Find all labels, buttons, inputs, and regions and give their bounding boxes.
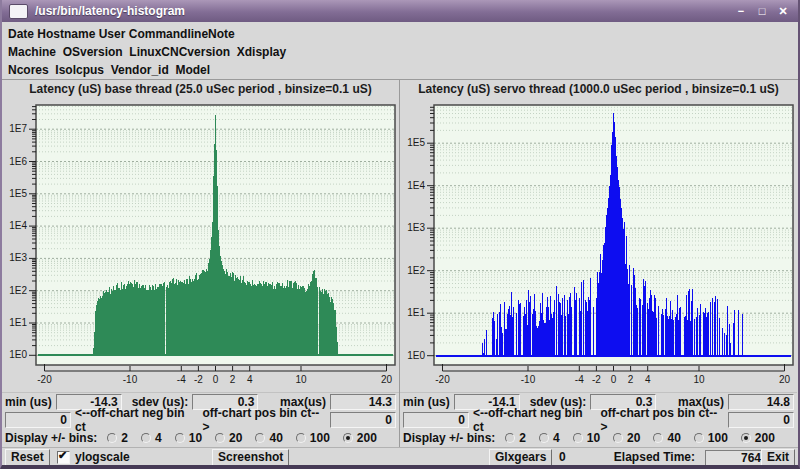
bins-radio-100[interactable]: 100 bbox=[296, 431, 330, 445]
svg-text:1E4: 1E4 bbox=[9, 220, 27, 231]
svg-text:1E1: 1E1 bbox=[407, 307, 425, 318]
bins-radio-100[interactable]: 100 bbox=[694, 431, 728, 445]
servo-thread-histogram: 1E01E11E21E31E41E5-20-10-4-20241020 bbox=[400, 98, 797, 391]
neg-offchart-field[interactable]: 0 bbox=[403, 412, 469, 428]
bins-radio-20[interactable]: 20 bbox=[613, 431, 640, 445]
pos-offchart-field[interactable]: 0 bbox=[330, 412, 396, 428]
neg-offchart-label: <--off-chart neg bin ct bbox=[473, 406, 597, 434]
radio-icon bbox=[255, 433, 265, 443]
svg-text:1E2: 1E2 bbox=[407, 265, 425, 276]
titlebar: /usr/bin/latency-histogram − □ ✕ bbox=[0, 0, 800, 22]
svg-text:-2: -2 bbox=[194, 374, 203, 385]
bins-radio-2[interactable]: 2 bbox=[107, 431, 128, 445]
radio-icon bbox=[573, 433, 583, 443]
radio-icon bbox=[741, 433, 751, 443]
bins-radio-20[interactable]: 20 bbox=[215, 431, 242, 445]
svg-text:4: 4 bbox=[645, 374, 651, 385]
radio-icon bbox=[107, 433, 117, 443]
radio-icon bbox=[653, 433, 663, 443]
svg-text:4: 4 bbox=[247, 374, 253, 385]
neg-offchart-field[interactable]: 0 bbox=[5, 412, 71, 428]
svg-text:1E4: 1E4 bbox=[407, 180, 425, 191]
svg-text:-10: -10 bbox=[123, 374, 138, 385]
svg-text:1E3: 1E3 bbox=[407, 222, 425, 233]
radio-icon bbox=[175, 433, 185, 443]
radio-icon bbox=[296, 433, 306, 443]
svg-text:1E5: 1E5 bbox=[9, 188, 27, 199]
bins-radio-4[interactable]: 4 bbox=[141, 431, 162, 445]
bins-radio-40[interactable]: 40 bbox=[255, 431, 282, 445]
svg-text:1E1: 1E1 bbox=[9, 317, 27, 328]
base-thread-panel: Latency (uS) base thread (25.0 uSec peri… bbox=[2, 80, 400, 447]
svg-text:20: 20 bbox=[779, 374, 791, 385]
svg-text:20: 20 bbox=[381, 374, 393, 385]
header-line-1: Date Hostname User CommandlineNote bbox=[8, 27, 235, 41]
minimize-button[interactable]: − bbox=[734, 5, 748, 18]
elapsed-time-field[interactable]: 764 bbox=[705, 450, 765, 466]
ylogscale-checkbox[interactable]: ✔ bbox=[57, 451, 70, 464]
glxgears-count: 0 bbox=[559, 450, 566, 464]
base-thread-chart-title: Latency (uS) base thread (25.0 uSec peri… bbox=[2, 80, 399, 98]
app-window: /usr/bin/latency-histogram − □ ✕ Date Ho… bbox=[0, 0, 800, 469]
min-label: min (us) bbox=[403, 395, 450, 409]
close-button[interactable]: ✕ bbox=[776, 5, 790, 18]
svg-text:-4: -4 bbox=[177, 374, 186, 385]
bins-radio-4[interactable]: 4 bbox=[539, 431, 560, 445]
svg-text:1E2: 1E2 bbox=[9, 285, 27, 296]
pos-offchart-label: off-chart pos bin ct--> bbox=[601, 406, 725, 434]
base-thread-histogram: 1E01E11E21E31E41E51E61E7-20-10-4-2024102… bbox=[2, 98, 399, 391]
exit-button[interactable]: Exit bbox=[761, 449, 795, 467]
svg-text:1E6: 1E6 bbox=[9, 156, 27, 167]
servo-thread-stats: min (us) -14.1 sdev (us): 0.3 max(us) 14… bbox=[400, 392, 797, 447]
window-title: /usr/bin/latency-histogram bbox=[35, 4, 185, 18]
bins-radio-200[interactable]: 200 bbox=[343, 431, 377, 445]
bins-radio-40[interactable]: 40 bbox=[653, 431, 680, 445]
bottom-toolbar: Reset ✔ ylogscale Screenshot Glxgears 0 … bbox=[2, 447, 798, 467]
bins-radio-group: 24102040100200 bbox=[107, 431, 377, 445]
radio-icon bbox=[141, 433, 151, 443]
pos-offchart-field[interactable]: 0 bbox=[728, 412, 794, 428]
check-icon: ✔ bbox=[58, 449, 67, 462]
svg-text:-20: -20 bbox=[37, 374, 52, 385]
svg-text:2: 2 bbox=[230, 374, 236, 385]
radio-icon bbox=[613, 433, 623, 443]
svg-text:-2: -2 bbox=[592, 374, 601, 385]
bins-radio-200[interactable]: 200 bbox=[741, 431, 775, 445]
min-label: min (us) bbox=[5, 395, 52, 409]
svg-text:-10: -10 bbox=[521, 374, 536, 385]
header-line-2: Machine OSversion LinuxCNCversion Xdispl… bbox=[8, 45, 286, 59]
svg-text:1E0: 1E0 bbox=[9, 349, 27, 360]
window-icon bbox=[9, 4, 28, 19]
glxgears-button[interactable]: Glxgears bbox=[489, 449, 552, 467]
svg-text:1E7: 1E7 bbox=[9, 123, 27, 134]
display-bins-label: Display +/- bins: bbox=[5, 431, 97, 445]
radio-icon bbox=[505, 433, 515, 443]
svg-text:2: 2 bbox=[628, 374, 634, 385]
svg-text:0: 0 bbox=[213, 374, 219, 385]
pos-offchart-label: off-chart pos bin ct--> bbox=[203, 406, 327, 434]
svg-text:1E3: 1E3 bbox=[9, 252, 27, 263]
radio-icon bbox=[215, 433, 225, 443]
neg-offchart-label: <--off-chart neg bin ct bbox=[75, 406, 199, 434]
ylogscale-label: ylogscale bbox=[75, 450, 130, 464]
bins-radio-2[interactable]: 2 bbox=[505, 431, 526, 445]
servo-thread-chart-title: Latency (uS) servo thread (1000.0 uSec p… bbox=[400, 80, 797, 98]
radio-icon bbox=[694, 433, 704, 443]
bins-radio-10[interactable]: 10 bbox=[175, 431, 202, 445]
maximize-button[interactable]: □ bbox=[755, 5, 769, 18]
screenshot-button[interactable]: Screenshot bbox=[212, 449, 289, 467]
base-thread-stats: min (us) -14.3 sdev (us): 0.3 max(us) 14… bbox=[2, 392, 399, 447]
header-line-3: Ncores Isolcpus Vendor_id Model bbox=[8, 63, 210, 77]
radio-icon bbox=[343, 433, 353, 443]
svg-text:-20: -20 bbox=[435, 374, 450, 385]
bins-radio-10[interactable]: 10 bbox=[573, 431, 600, 445]
elapsed-time-label: Elapsed Time: bbox=[614, 450, 695, 464]
svg-text:0: 0 bbox=[611, 374, 617, 385]
svg-text:-4: -4 bbox=[575, 374, 584, 385]
reset-button[interactable]: Reset bbox=[5, 449, 50, 467]
radio-icon bbox=[539, 433, 549, 443]
svg-text:1E0: 1E0 bbox=[407, 350, 425, 361]
servo-thread-panel: Latency (uS) servo thread (1000.0 uSec p… bbox=[400, 80, 797, 447]
svg-text:10: 10 bbox=[693, 374, 705, 385]
bins-radio-group: 24102040100200 bbox=[505, 431, 775, 445]
